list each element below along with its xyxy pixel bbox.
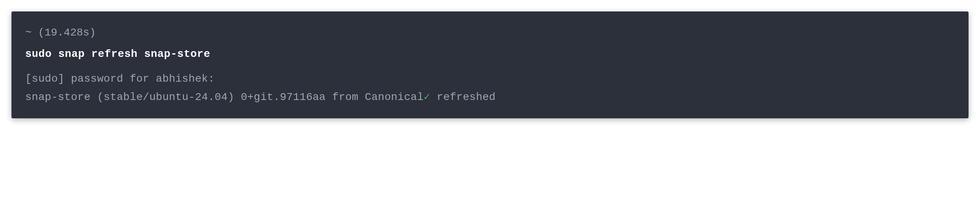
prompt-cwd: ~	[25, 27, 32, 39]
output-result-prefix: snap-store (stable/ubuntu-24.04) 0+git.9…	[25, 91, 424, 103]
prompt-timing: (19.428s)	[38, 27, 96, 39]
command-text: sudo snap refresh snap-store	[25, 48, 210, 60]
output-result: snap-store (stable/ubuntu-24.04) 0+git.9…	[25, 88, 955, 106]
checkmark-icon: ✓	[424, 91, 430, 103]
output-result-suffix: refreshed	[430, 91, 495, 103]
command-line[interactable]: sudo snap refresh snap-store	[25, 45, 955, 63]
terminal-window: ~ (19.428s) sudo snap refresh snap-store…	[11, 11, 969, 118]
output-password-prompt: [sudo] password for abhishek:	[25, 70, 955, 88]
prompt-line: ~ (19.428s)	[25, 24, 955, 42]
